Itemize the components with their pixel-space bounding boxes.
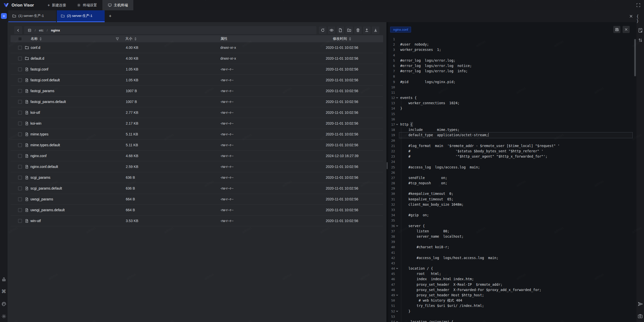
code-line[interactable]: #pid logs/nginx.pid; [399, 79, 632, 85]
menu-terminal-settings[interactable]: 终端设置 [71, 0, 102, 10]
new-file-button[interactable] [337, 26, 344, 34]
row-checkbox[interactable] [18, 57, 22, 60]
menu-new-connection[interactable]: + 新建连接 [42, 0, 71, 10]
close-editor-button[interactable] [623, 26, 630, 33]
code-line[interactable]: index index.html index.htm; [399, 276, 632, 282]
code-line[interactable]: #log_format main '$remote_addr - $remote… [399, 143, 632, 149]
row-checkbox[interactable] [18, 208, 22, 212]
row-checkbox[interactable] [18, 197, 22, 201]
code-line[interactable] [399, 37, 632, 42]
code-line[interactable]: root html; [399, 271, 632, 276]
row-checkbox[interactable] [18, 67, 22, 71]
file-name[interactable]: fastcgi.conf [30, 67, 48, 71]
code-line[interactable]: #keepalive_timeout 0; [399, 191, 632, 196]
file-name[interactable]: uwsgi_params [30, 197, 53, 201]
table-row[interactable]: koi-utf2.77 KB-rw-r--r--2020-11-01 10:02… [11, 107, 383, 118]
code-line[interactable] [399, 74, 632, 79]
fold-chevron-icon[interactable] [395, 293, 399, 298]
table-row[interactable]: fastcgi.conf1.05 KB-rw-r--r--2020-11-01 … [11, 64, 383, 75]
column-header-mtime[interactable]: 修改时间 [316, 37, 383, 41]
table-row[interactable]: scgi_params636 B-rw-r--r--2020-11-01 10:… [11, 172, 383, 183]
fold-chevron-icon[interactable] [395, 319, 399, 322]
refresh-button[interactable] [319, 26, 327, 34]
file-name[interactable]: conf.d [31, 46, 40, 50]
splitter-grip[interactable] [387, 162, 388, 169]
code-line[interactable]: include mime.types; [399, 127, 632, 132]
code-line[interactable]: #access_log logs/access.log main; [399, 165, 632, 170]
file-name[interactable]: koi-utf [30, 111, 40, 115]
row-checkbox[interactable] [18, 165, 22, 169]
table-row[interactable]: uwsgi_params.default664 B-rw-r--r--2020-… [11, 205, 383, 216]
sort-icon[interactable] [39, 37, 42, 41]
file-name[interactable]: scgi_params [30, 175, 50, 180]
row-checkbox[interactable] [18, 122, 22, 125]
file-name[interactable]: fastcgi.conf.default [30, 78, 60, 82]
fold-chevron-icon[interactable] [395, 309, 399, 314]
fold-chevron-icon[interactable] [395, 223, 399, 229]
column-header-size[interactable]: 大小 [114, 37, 209, 41]
code-line[interactable] [399, 111, 632, 117]
settings-gear-icon[interactable] [1, 313, 7, 319]
code-line[interactable]: try_files $uri $uri/ /index.html; [399, 303, 632, 308]
row-checkbox[interactable] [18, 187, 22, 190]
table-row[interactable]: conf.d4.00 KBdrwxr-xr-x2020-11-01 10:02:… [11, 42, 383, 53]
code-line[interactable]: #tcp_nopush on; [399, 181, 632, 186]
code-line[interactable] [399, 239, 632, 244]
sort-icon[interactable] [349, 37, 351, 41]
file-name[interactable]: fastcgi_params [30, 89, 54, 93]
back-button[interactable] [14, 26, 22, 34]
upload-button[interactable] [363, 26, 371, 34]
camera-icon[interactable] [637, 313, 643, 319]
code-line[interactable]: proxy_set_header Host $http_host; [399, 293, 632, 298]
terminal-tab-1[interactable]: (1) server-生产-1 [8, 10, 56, 22]
file-name[interactable]: scgi_params.default [30, 186, 62, 190]
code-line[interactable]: proxy_set_header X-Forwarded-For $proxy_… [399, 287, 632, 293]
code-line[interactable]: http { [399, 122, 632, 127]
row-checkbox[interactable] [18, 100, 22, 104]
code-line[interactable]: #access_log logs/host.access.log main; [399, 255, 632, 261]
table-row[interactable]: mime.types.default5.11 KB-rw-r--r--2020-… [11, 140, 383, 151]
code-editor[interactable]: 12#user nobody;3worker_processes 1;45#er… [388, 37, 636, 322]
code-line[interactable]: listen 80; [399, 229, 632, 234]
code-line[interactable] [399, 170, 632, 175]
row-checkbox[interactable] [18, 78, 22, 82]
file-name[interactable]: koi-win [30, 121, 42, 125]
code-line[interactable]: #user nobody; [399, 42, 632, 47]
table-row[interactable]: nginx.conf4.68 KB-rw-r--r--2024-12-10 16… [11, 151, 383, 161]
code-line[interactable]: #error_log logs/error.log info; [399, 68, 632, 74]
menu-host-terminal[interactable]: 主机终端 [102, 0, 133, 10]
code-line[interactable]: server_name localhost; [399, 234, 632, 239]
table-row[interactable]: koi-win2.17 KB-rw-r--r--2020-11-01 10:02… [11, 118, 383, 129]
column-header-name[interactable]: 名称 [25, 37, 114, 41]
code-line[interactable] [399, 207, 632, 212]
new-folder-button[interactable] [345, 26, 353, 34]
code-line[interactable]: #error_log logs/error.log; [399, 58, 632, 63]
code-line[interactable]: #error_log logs/error.log notice; [399, 63, 632, 68]
file-name[interactable]: nginx.conf [30, 154, 47, 158]
table-row[interactable]: default.d4.00 KBdrwxr-xr-x2020-11-01 10:… [11, 53, 383, 64]
download-button[interactable] [372, 26, 379, 34]
command-icon[interactable]: ⌘ [2, 289, 6, 294]
fold-chevron-icon[interactable] [395, 122, 399, 127]
add-tab-button[interactable]: + [105, 10, 116, 22]
table-row[interactable]: fastcgi.conf.default1.05 KB-rw-r--r--202… [11, 75, 383, 86]
row-checkbox[interactable] [18, 154, 22, 158]
delete-button[interactable] [354, 26, 362, 34]
code-line[interactable]: sendfile on; [399, 175, 632, 181]
stamp-icon[interactable] [1, 276, 7, 282]
code-line[interactable]: #gzip on; [399, 212, 632, 218]
code-line[interactable] [399, 159, 632, 164]
code-line[interactable]: proxy_set_header X-Real-IP $remote_addr; [399, 282, 632, 287]
sort-icon[interactable] [134, 37, 137, 41]
table-row[interactable]: fastcgi_params.default1007 B-rw-r--r--20… [11, 96, 383, 107]
file-name[interactable]: uwsgi_params.default [30, 208, 65, 212]
code-line[interactable] [399, 85, 632, 90]
table-row[interactable]: nginx.conf.default2.59 KB-rw-r--r--2020-… [11, 161, 383, 172]
code-line[interactable]: # web history 模式 404 [399, 298, 632, 303]
code-line[interactable] [399, 261, 632, 266]
table-row[interactable]: win-utf3.53 KB-rw-r--r--2020-11-01 10:02… [11, 216, 383, 226]
select-all-checkbox[interactable] [18, 37, 22, 41]
swap-vertical-icon[interactable] [637, 37, 643, 43]
paper-plane-icon[interactable] [637, 301, 643, 307]
close-panel-icon[interactable] [629, 10, 633, 22]
